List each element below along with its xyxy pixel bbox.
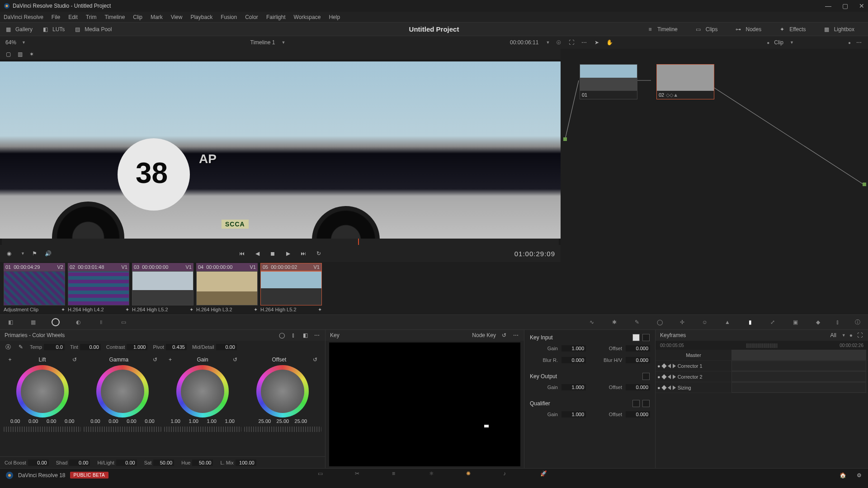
media-page-icon[interactable]: ▭: [318, 470, 328, 480]
rgb-mixer-icon[interactable]: ⫴: [96, 317, 106, 327]
reset-icon[interactable]: ↺: [71, 356, 78, 363]
highlight-icon[interactable]: ✶: [28, 51, 35, 58]
window-icon[interactable]: ◯: [655, 317, 665, 327]
play-icon[interactable]: ▶: [284, 250, 292, 257]
clip-04[interactable]: 0400:00:00:00V1 H.264 High L3.2✦: [196, 263, 258, 314]
keyin-blurhv[interactable]: 0.000: [626, 357, 650, 363]
q-gain[interactable]: 1.000: [561, 411, 586, 418]
fairlight-page-icon[interactable]: ♪: [503, 470, 513, 480]
menu-resolve[interactable]: DaVinci Resolve: [4, 14, 43, 20]
lmix-value[interactable]: 100.00: [236, 460, 256, 466]
transport-timecode[interactable]: 01:00:29:09: [514, 250, 555, 258]
wheel-mode-icon[interactable]: ◯: [278, 332, 285, 339]
node-graph[interactable]: 01 02 ◇◇▲: [561, 49, 868, 262]
colboost-value[interactable]: 0.00: [28, 460, 49, 466]
viewer-scrubber[interactable]: [2, 239, 559, 245]
tint-value[interactable]: 0.00: [80, 344, 101, 350]
qualifier-icon[interactable]: ✎: [632, 317, 642, 327]
bsm-icon[interactable]: ▲: [722, 317, 732, 327]
lift-wheel[interactable]: +Lift↺ 0.000.000.000.00: [4, 355, 81, 455]
menu-mark[interactable]: Mark: [151, 14, 163, 20]
cut-page-icon[interactable]: ✂: [355, 470, 365, 480]
mute-icon[interactable]: 🔊: [45, 250, 52, 257]
deliver-page-icon[interactable]: 🚀: [540, 470, 550, 480]
magic-mask-icon[interactable]: ☺: [700, 317, 710, 327]
menu-timeline[interactable]: Timeline: [104, 14, 125, 20]
kf-ruler[interactable]: 00:00:05:05 ||||||||||||||||||||||||||| …: [656, 341, 868, 350]
node-02[interactable]: 02 ◇◇▲: [656, 64, 714, 99]
kf-corrector2-row[interactable]: ●Corrector 2: [656, 371, 868, 382]
timeline-button[interactable]: ≡Timeline: [646, 26, 678, 33]
menu-view[interactable]: View: [171, 14, 183, 20]
effects-button[interactable]: ✦Effects: [778, 26, 806, 33]
menu-fusion[interactable]: Fusion: [221, 14, 237, 20]
q-matte-icon[interactable]: [632, 400, 640, 407]
matte-toggle-icon[interactable]: [632, 334, 640, 341]
options-icon[interactable]: ⋯: [580, 39, 588, 46]
keyin-blurr[interactable]: 0.000: [561, 357, 586, 363]
clip-02[interactable]: 0200:03:01:48V1 H.264 High L4.2✦: [68, 263, 129, 314]
project-settings-icon[interactable]: ⚙: [855, 472, 863, 479]
menu-playback[interactable]: Playback: [190, 14, 212, 20]
clip-05[interactable]: 0500:00:00:02V1 H.264 High L5.2✦: [260, 263, 322, 314]
expand-icon[interactable]: ⛶: [568, 39, 575, 46]
keyout-offset[interactable]: 0.000: [626, 384, 650, 390]
motion-effects-icon[interactable]: ▭: [118, 317, 128, 327]
keyout-gain[interactable]: 1.000: [561, 384, 586, 390]
viewer-canvas[interactable]: AP SCCA: [0, 61, 561, 239]
expand-icon[interactable]: ⛶: [856, 332, 863, 339]
bars-mode-icon[interactable]: ⫿: [290, 332, 297, 339]
kf-sizing-row[interactable]: ●Sizing: [656, 382, 868, 393]
q-offset[interactable]: 0.000: [626, 411, 650, 418]
offset-jog[interactable]: [244, 427, 321, 432]
loop-icon[interactable]: ↻: [315, 250, 322, 257]
minimize-icon[interactable]: —: [825, 2, 831, 9]
color-match-icon[interactable]: ▦: [28, 317, 38, 327]
reset-icon[interactable]: ↺: [231, 356, 239, 363]
middetail-value[interactable]: 0.00: [216, 344, 237, 350]
clip-03[interactable]: 0300:00:00:00V1 H.264 High L5.2✦: [132, 263, 193, 314]
3d-icon[interactable]: ▣: [790, 317, 800, 327]
keyin-gain[interactable]: 1.000: [561, 345, 586, 352]
zoom-dropdown[interactable]: 64%▼: [5, 39, 26, 46]
maximize-icon[interactable]: ▢: [842, 2, 848, 9]
node-01[interactable]: 01: [580, 64, 637, 99]
menu-fairlight[interactable]: Fairlight: [266, 14, 286, 20]
pick-white-icon[interactable]: +: [167, 356, 174, 363]
reset-icon[interactable]: ↺: [151, 356, 159, 363]
options-icon[interactable]: ⋯: [512, 332, 519, 339]
pick-color-icon[interactable]: ◉: [5, 250, 13, 257]
menu-edit[interactable]: Edit: [68, 14, 78, 20]
invert-toggle-icon[interactable]: [642, 334, 650, 341]
camera-raw-icon[interactable]: ◧: [5, 317, 15, 327]
offset-wheel[interactable]: Offset↺ 25.0025.0025.00: [244, 355, 321, 455]
clip-mode[interactable]: Clip: [774, 39, 783, 46]
hilight-value[interactable]: 0.00: [116, 460, 137, 466]
q-invert-icon[interactable]: [642, 400, 650, 407]
edit-page-icon[interactable]: ≡: [392, 470, 402, 480]
auto-balance-icon[interactable]: Ⓐ: [5, 343, 12, 351]
hdr-icon[interactable]: ◐: [73, 317, 83, 327]
home-icon[interactable]: 🏠: [839, 472, 846, 479]
timeline-name[interactable]: Timeline 1: [250, 39, 275, 46]
menu-file[interactable]: File: [52, 14, 60, 20]
kf-corrector1-row[interactable]: ●Corrector 1: [656, 361, 868, 371]
imagewipe-icon[interactable]: ▢: [5, 51, 12, 58]
temp-value[interactable]: 0.0: [44, 344, 65, 350]
clip-01[interactable]: 0100:00:04:29V2 Adjustment Clip✦: [4, 263, 65, 314]
key-viewer[interactable]: [329, 343, 520, 466]
menu-help[interactable]: Help: [329, 14, 340, 20]
clips-button[interactable]: ▭Clips: [695, 26, 718, 33]
flag-icon[interactable]: ⚑: [31, 250, 38, 257]
fusion-page-icon[interactable]: ⚛: [429, 470, 439, 480]
step-back-icon[interactable]: ◀: [254, 250, 261, 257]
warper-icon[interactable]: ✱: [609, 317, 619, 327]
gain-jog[interactable]: [164, 427, 241, 432]
tracking-icon[interactable]: ✢: [677, 317, 687, 327]
pivot-value[interactable]: 0.435: [166, 344, 187, 350]
gain-wheel[interactable]: +Gain↺ 1.001.001.001.00: [164, 355, 241, 455]
pick-wb-icon[interactable]: ✎: [17, 343, 24, 351]
hue-value[interactable]: 50.00: [192, 460, 213, 466]
sizing-icon[interactable]: ⤢: [768, 317, 778, 327]
curves-icon[interactable]: ∿: [587, 317, 597, 327]
